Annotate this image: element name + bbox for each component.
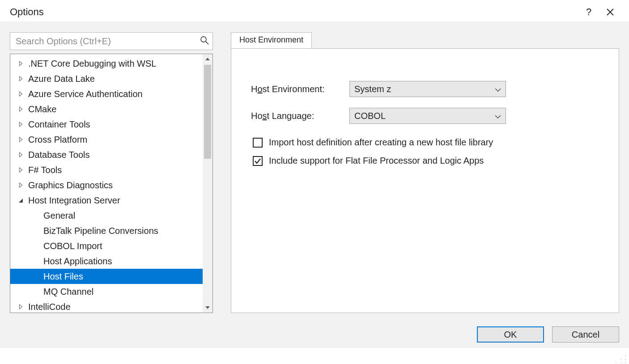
host-language-label: Host Language: <box>251 111 349 121</box>
resize-grip-icon[interactable]: .. .. . . <box>615 352 627 363</box>
arrow-collapsed-icon[interactable] <box>16 76 26 81</box>
host-environment-label: Host Environment: <box>251 84 349 94</box>
tree-item-label: Host Files <box>43 271 83 282</box>
arrow-collapsed-icon[interactable] <box>16 122 26 127</box>
tree-item[interactable]: Host Integration Server <box>10 193 203 208</box>
close-icon <box>606 8 614 16</box>
tree-item-label: Database Tools <box>28 150 90 160</box>
tree-item-label: Container Tools <box>28 119 90 130</box>
check-icon <box>254 157 261 165</box>
tree-item-label: Cross Platform <box>28 135 87 145</box>
tree-item[interactable]: COBOL Import <box>10 238 203 254</box>
tree-item-label: .NET Core Debugging with WSL <box>28 59 156 69</box>
tree-item[interactable]: Azure Data Lake <box>10 71 203 86</box>
flatfile-checkbox[interactable] <box>253 156 263 166</box>
host-environment-value: System z <box>354 84 391 94</box>
tree-scrollbar[interactable] <box>203 54 212 313</box>
scroll-thumb[interactable] <box>204 65 211 159</box>
import-checkbox-label: Import host definition after creating a … <box>269 137 493 148</box>
options-page: Host Environment: System z Host Language… <box>231 48 619 313</box>
search-icon <box>200 36 209 47</box>
chevron-down-icon <box>495 111 501 121</box>
scroll-down-button[interactable] <box>203 303 212 313</box>
arrow-collapsed-icon[interactable] <box>16 106 26 112</box>
tree-item-label: General <box>43 211 75 221</box>
tree-item-label: Host Integration Server <box>28 195 120 206</box>
host-language-value: COBOL <box>354 111 386 121</box>
tree-item[interactable]: Host Applications <box>10 254 203 269</box>
chevron-down-icon <box>205 306 210 309</box>
tree-item-label: Azure Service Authentication <box>28 89 143 99</box>
flatfile-checkbox-label: Include support for Flat File Processor … <box>269 156 484 166</box>
help-button[interactable]: ? <box>578 3 599 21</box>
tree-item-label: Host Applications <box>43 256 112 267</box>
arrow-collapsed-icon[interactable] <box>16 182 26 188</box>
chevron-down-icon <box>495 84 501 94</box>
options-tree[interactable]: .NET Core Debugging with WSLAzure Data L… <box>10 54 203 313</box>
search-input[interactable] <box>15 36 200 47</box>
scroll-track[interactable] <box>203 64 212 303</box>
tree-item[interactable]: Database Tools <box>10 147 203 162</box>
tree-item[interactable]: F# Tools <box>10 162 203 178</box>
tree-item[interactable]: MQ Channel <box>10 284 203 299</box>
chevron-up-icon <box>205 57 210 61</box>
window-title: Options <box>10 6 44 18</box>
svg-line-1 <box>206 42 208 44</box>
import-checkbox[interactable] <box>253 138 263 148</box>
arrow-expanded-icon[interactable] <box>16 198 26 203</box>
tab-host-environment[interactable]: Host Environment <box>231 32 312 48</box>
tree-item[interactable]: .NET Core Debugging with WSL <box>10 56 203 71</box>
svg-point-0 <box>201 37 206 42</box>
host-language-combo[interactable]: COBOL <box>349 108 506 124</box>
cancel-button[interactable]: Cancel <box>552 326 619 343</box>
title-bar: Options ? <box>0 0 629 21</box>
tree-item-label: Azure Data Lake <box>28 74 95 84</box>
tree-item-label: IntelliCode <box>28 302 71 312</box>
tree-item-label: Graphics Diagnostics <box>28 180 113 190</box>
tree-item[interactable]: Container Tools <box>10 117 203 132</box>
arrow-collapsed-icon[interactable] <box>16 61 26 66</box>
tree-item-label: CMake <box>28 104 56 114</box>
host-environment-combo[interactable]: System z <box>349 81 506 97</box>
tree-item[interactable]: Cross Platform <box>10 132 203 147</box>
arrow-collapsed-icon[interactable] <box>16 91 26 97</box>
tree-item-label: MQ Channel <box>43 287 94 297</box>
tree-item[interactable]: CMake <box>10 102 203 117</box>
tree-item[interactable]: Graphics Diagnostics <box>10 178 203 193</box>
scroll-up-button[interactable] <box>203 54 212 64</box>
tree-item[interactable]: Azure Service Authentication <box>10 86 203 102</box>
tree-item-label: F# Tools <box>28 165 62 175</box>
tree-item[interactable]: Host Files <box>10 269 203 284</box>
search-box[interactable] <box>10 32 213 50</box>
arrow-collapsed-icon[interactable] <box>16 304 26 309</box>
tree-item-label: BizTalk Pipeline Conversions <box>43 226 158 236</box>
ok-button[interactable]: OK <box>477 326 544 343</box>
arrow-collapsed-icon[interactable] <box>16 137 26 142</box>
tree-item[interactable]: BizTalk Pipeline Conversions <box>10 223 203 238</box>
close-button[interactable] <box>599 3 621 21</box>
tree-item[interactable]: IntelliCode <box>10 299 203 313</box>
tree-item-label: COBOL Import <box>43 241 102 251</box>
tree-item[interactable]: General <box>10 208 203 223</box>
arrow-collapsed-icon[interactable] <box>16 152 26 157</box>
arrow-collapsed-icon[interactable] <box>16 167 26 173</box>
